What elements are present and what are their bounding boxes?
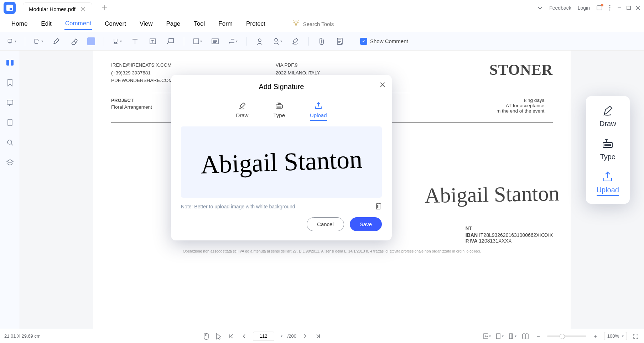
left-sidebar [0, 51, 20, 329]
text-tool[interactable] [130, 37, 140, 46]
page-number-input[interactable] [253, 332, 274, 341]
prev-page-icon[interactable] [240, 332, 248, 340]
svg-point-12 [258, 39, 261, 42]
save-button[interactable]: Save [350, 217, 382, 231]
svg-rect-25 [509, 334, 512, 339]
attachments-panel-icon[interactable] [5, 118, 15, 128]
menu-page[interactable]: Page [165, 18, 181, 30]
menu-home[interactable]: Home [11, 18, 28, 30]
read-mode-icon[interactable] [521, 332, 529, 340]
thumbnails-icon[interactable] [5, 58, 15, 68]
eraser-tool[interactable] [69, 37, 79, 46]
tab-upload[interactable]: Upload [310, 102, 327, 121]
page-dimensions: 21.01 X 29.69 cm [4, 333, 41, 339]
svg-point-14 [278, 42, 279, 45]
via-line1: VIA PDF.9 [276, 61, 489, 69]
svg-rect-21 [276, 105, 282, 108]
zoom-slider[interactable] [547, 336, 586, 337]
select-tool-icon[interactable] [214, 332, 222, 340]
search-tools-input[interactable] [303, 21, 346, 27]
upload-note: Note: Better to upload image with white … [181, 204, 295, 209]
login-link[interactable]: Login [578, 5, 590, 11]
new-tab-button[interactable] [99, 2, 110, 13]
next-page-icon[interactable] [301, 332, 309, 340]
svg-rect-17 [11, 60, 14, 66]
placed-signature[interactable]: Abigail Stanton [424, 181, 559, 208]
measure-tool[interactable]: ▾ [228, 37, 238, 46]
close-tab-icon[interactable] [80, 6, 86, 12]
svg-point-20 [7, 140, 12, 144]
document-tab[interactable]: Modular Homes.pdf [23, 2, 92, 16]
svg-rect-22 [603, 142, 612, 147]
cancel-button[interactable]: Cancel [307, 217, 344, 231]
comments-panel-icon[interactable] [5, 98, 15, 108]
fit-width-icon[interactable]: ▾ [483, 332, 491, 340]
svg-point-5 [295, 21, 297, 24]
menu-view[interactable]: View [139, 18, 154, 30]
page-total: /200 [287, 333, 296, 339]
chevron-down-icon[interactable] [537, 6, 543, 10]
note-tool[interactable]: ▾ [7, 37, 16, 46]
underline-tool[interactable]: ▾ [113, 37, 122, 46]
area-highlight-tool[interactable] [211, 37, 220, 46]
bookmarks-icon[interactable] [5, 78, 15, 88]
single-page-icon[interactable]: ▾ [496, 332, 504, 340]
comment-toolbar: ▾ ▾ ▾ ▾ ▾ ▾ ✓ Show Comment [0, 32, 644, 51]
menu-convert[interactable]: Convert [104, 18, 127, 30]
lightbulb-icon [292, 20, 300, 28]
color-swatch[interactable] [87, 37, 95, 45]
menu-edit[interactable]: Edit [40, 18, 52, 30]
menu-protect[interactable]: Protect [245, 18, 266, 30]
fullscreen-icon[interactable] [632, 332, 640, 340]
menu-tool[interactable]: Tool [193, 18, 206, 30]
svg-rect-0 [597, 6, 602, 10]
maximize-button[interactable] [626, 5, 631, 10]
menu-comment[interactable]: Comment [64, 18, 92, 30]
layers-icon[interactable] [5, 157, 15, 167]
two-page-icon[interactable]: ▾ [509, 332, 516, 340]
attachment-tool[interactable] [317, 37, 327, 46]
highlight-tool[interactable]: ▾ [34, 37, 43, 46]
svg-rect-4 [627, 6, 630, 10]
contact-email: IRENE@IRENEATSIX.COM [111, 61, 276, 69]
notifications-icon[interactable] [596, 5, 603, 11]
shape-rect-tool[interactable]: ▾ [193, 37, 202, 46]
svg-rect-18 [7, 100, 13, 104]
pencil-tool[interactable] [52, 37, 61, 46]
minimize-button[interactable] [617, 5, 622, 10]
search-panel-icon[interactable] [5, 137, 15, 147]
zoom-select[interactable]: 100%▾ [604, 332, 627, 340]
callout-tool[interactable] [166, 37, 175, 46]
zoom-in-icon[interactable] [591, 332, 599, 340]
zoom-out-icon[interactable] [534, 332, 542, 340]
menu-form[interactable]: Form [218, 18, 233, 30]
stamp-user-settings-tool[interactable]: ▾ [273, 37, 282, 46]
delete-signature-button[interactable] [375, 202, 382, 211]
tab-type[interactable]: Type [273, 102, 285, 121]
float-upload[interactable]: Upload [597, 170, 619, 196]
tab-title: Modular Homes.pdf [29, 6, 76, 12]
feedback-link[interactable]: Feedback [549, 5, 571, 11]
kebab-menu-icon[interactable] [609, 5, 611, 11]
first-page-icon[interactable] [227, 332, 235, 340]
signature-preview[interactable]: Abigail Stanton [181, 126, 382, 198]
signature-tool[interactable] [291, 37, 300, 46]
menu-bar: Home Edit Comment Convert View Page Tool… [0, 16, 644, 32]
stamp-user-tool[interactable] [255, 37, 264, 46]
show-comment-toggle[interactable]: ✓ Show Comment [360, 38, 408, 45]
svg-rect-16 [6, 60, 9, 66]
annotation-list-tool[interactable] [335, 37, 344, 46]
close-window-button[interactable] [635, 5, 640, 10]
hand-tool-icon[interactable] [202, 332, 209, 340]
app-logo [4, 2, 16, 14]
signature-mode-float: Draw Type Upload [586, 96, 630, 204]
svg-point-2 [609, 7, 610, 8]
tab-draw[interactable]: Draw [236, 102, 248, 121]
close-dialog-button[interactable] [380, 82, 385, 89]
uploaded-signature-image: Abigail Stanton [200, 145, 363, 180]
last-page-icon[interactable] [314, 332, 322, 340]
float-draw[interactable]: Draw [597, 104, 619, 128]
float-type[interactable]: Type [597, 137, 619, 161]
iban-value: IT28L9326201631000662XXXXX [479, 232, 553, 238]
text-box-tool[interactable] [148, 37, 157, 46]
